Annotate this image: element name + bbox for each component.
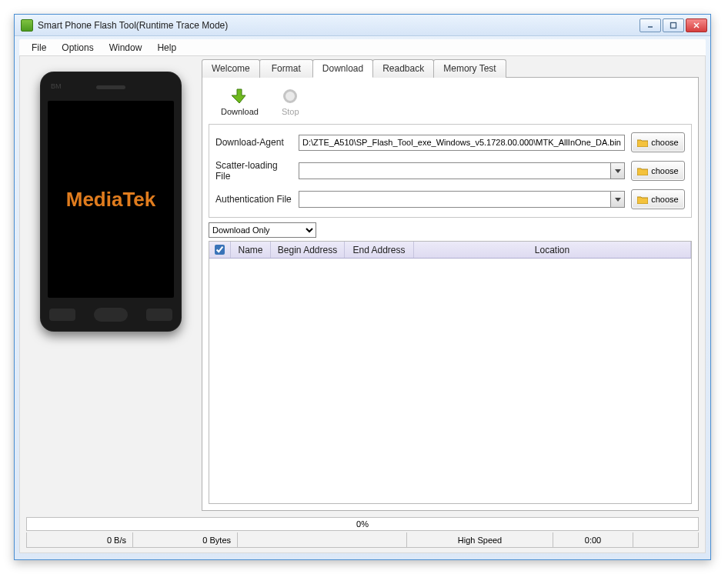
phone-brand: MediaTek xyxy=(66,188,156,212)
menu-help[interactable]: Help xyxy=(149,41,184,55)
phone-menu-button xyxy=(49,309,75,321)
app-window: Smart Phone Flash Tool(Runtime Trace Mod… xyxy=(14,14,711,560)
window-title: Smart Phone Flash Tool(Runtime Trace Mod… xyxy=(38,20,638,31)
progress-area: 0% xyxy=(26,517,699,531)
auth-choose-label: choose xyxy=(651,195,678,204)
phone-home-button xyxy=(94,308,128,322)
status-speed: 0 B/s xyxy=(27,532,133,547)
phone-illustration: BM MediaTek xyxy=(40,72,182,332)
da-choose-label: choose xyxy=(651,138,678,147)
progress-percent: 0% xyxy=(356,519,369,529)
chevron-down-icon xyxy=(610,163,624,179)
menu-window[interactable]: Window xyxy=(102,41,150,55)
da-choose-button[interactable]: choose xyxy=(631,132,685,152)
folder-icon xyxy=(637,195,648,204)
mode-row: Download Only xyxy=(209,222,692,238)
toolbar: Download Stop xyxy=(209,84,692,124)
select-all-checkbox[interactable] xyxy=(215,245,225,255)
da-label: Download-Agent xyxy=(215,137,292,148)
mode-select[interactable]: Download Only xyxy=(209,222,316,238)
svg-rect-1 xyxy=(671,22,676,28)
phone-bm-label: BM xyxy=(51,82,62,90)
folder-icon xyxy=(637,167,648,175)
download-panel: Download Stop Download-Agent xyxy=(202,77,699,511)
stop-button-label: Stop xyxy=(282,107,299,116)
close-button[interactable] xyxy=(686,18,707,32)
status-connection: High Speed xyxy=(407,532,553,547)
right-pane: Welcome Format Download Readback Memory … xyxy=(202,56,705,512)
minimize-button[interactable] xyxy=(640,18,661,32)
status-extra xyxy=(633,532,698,547)
partition-table: Name Begin Address End Address Location xyxy=(209,241,692,504)
file-group: Download-Agent choose Scatter-loading Fi… xyxy=(209,124,692,218)
scatter-choose-label: choose xyxy=(651,166,678,175)
app-icon xyxy=(21,19,33,32)
auth-choose-button[interactable]: choose xyxy=(631,189,685,209)
tab-readback[interactable]: Readback xyxy=(372,59,434,78)
menu-options[interactable]: Options xyxy=(54,41,101,55)
scatter-choose-button[interactable]: choose xyxy=(631,161,685,181)
download-arrow-icon xyxy=(230,87,249,105)
da-path-input[interactable] xyxy=(299,135,625,151)
th-location[interactable]: Location xyxy=(414,242,691,258)
th-checkbox xyxy=(209,242,231,258)
client-area: BM MediaTek Welcome Format Download Read… xyxy=(19,56,706,553)
status-time: 0:00 xyxy=(553,532,633,547)
status-bytes: 0 Bytes xyxy=(133,532,238,547)
tab-welcome[interactable]: Welcome xyxy=(202,59,260,78)
stop-button[interactable]: Stop xyxy=(282,87,299,116)
status-region xyxy=(238,532,407,547)
titlebar: Smart Phone Flash Tool(Runtime Trace Mod… xyxy=(15,15,710,36)
phone-pane: BM MediaTek xyxy=(20,56,202,512)
chevron-down-icon xyxy=(610,192,624,207)
tab-download[interactable]: Download xyxy=(312,59,373,78)
menubar: File Options Window Help xyxy=(19,39,706,56)
th-end-address[interactable]: End Address xyxy=(345,242,414,258)
phone-button-bar xyxy=(40,304,182,325)
auth-label: Authentication File xyxy=(215,194,292,205)
maximize-button[interactable] xyxy=(663,18,684,32)
scatter-label: Scatter-loading File xyxy=(215,160,292,182)
auth-combo[interactable] xyxy=(299,191,625,208)
phone-screen: MediaTek xyxy=(48,101,174,298)
status-bar: 0 B/s 0 Bytes High Speed 0:00 xyxy=(26,532,699,548)
phone-back-button xyxy=(146,309,172,321)
phone-speaker xyxy=(96,85,125,89)
table-header: Name Begin Address End Address Location xyxy=(209,242,691,259)
stop-icon xyxy=(283,89,297,103)
download-button[interactable]: Download xyxy=(221,87,259,116)
download-button-label: Download xyxy=(221,107,259,116)
menu-file[interactable]: File xyxy=(24,41,54,55)
th-name[interactable]: Name xyxy=(231,242,271,258)
tab-format[interactable]: Format xyxy=(259,59,313,78)
tab-memory-test[interactable]: Memory Test xyxy=(433,59,506,78)
th-begin-address[interactable]: Begin Address xyxy=(271,242,345,258)
tab-strip: Welcome Format Download Readback Memory … xyxy=(202,59,699,78)
progress-bar: 0% xyxy=(26,517,699,531)
folder-icon xyxy=(637,138,648,147)
scatter-combo[interactable] xyxy=(299,162,625,179)
